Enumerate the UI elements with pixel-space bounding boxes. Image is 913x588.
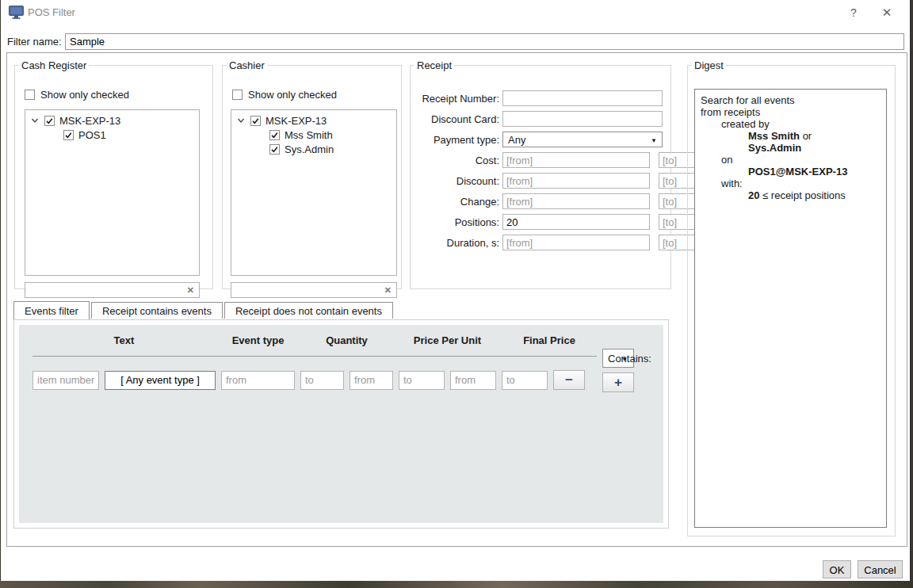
clear-icon[interactable]: ✕	[187, 284, 194, 296]
tree-row-root[interactable]: MSK-EXP-13	[25, 113, 199, 128]
cash-register-search: ✕	[25, 282, 200, 298]
cash-register-search-input[interactable]	[27, 284, 181, 296]
column-header-event-type: Event type	[221, 333, 295, 349]
tab-receipt-does-not-contain-events[interactable]: Receipt does not contain events	[224, 302, 393, 319]
positions-from-input[interactable]	[502, 214, 650, 230]
positions-label: Positions:	[417, 216, 499, 228]
close-button[interactable]: ✕	[875, 4, 899, 21]
tree-label[interactable]: Sys.Admin	[285, 143, 334, 155]
digest-line: created by	[701, 118, 881, 130]
discount-card-input[interactable]	[502, 111, 663, 127]
add-row-button[interactable]: +	[602, 372, 634, 392]
tree-row-root[interactable]: MSK-EXP-13	[231, 113, 396, 128]
tree-row-child[interactable]: Sys.Admin	[231, 142, 396, 156]
events-grid: Text Event type Quantity Price Per Unit …	[32, 333, 663, 392]
duration-from-input[interactable]	[502, 235, 650, 250]
events-filter-pane: Text Event type Quantity Price Per Unit …	[13, 319, 669, 529]
checkbox-unchecked-icon[interactable]	[232, 90, 243, 100]
checkbox-unchecked-icon[interactable]	[25, 90, 35, 100]
digest-line: Search for all events	[701, 94, 881, 106]
payment-type-select[interactable]: Any ▼	[502, 132, 663, 147]
change-label: Change:	[417, 196, 499, 208]
tree-label[interactable]: MSK-EXP-13	[265, 115, 327, 127]
tab-events-filter[interactable]: Events filter	[13, 301, 90, 319]
final-price-to-input[interactable]	[502, 371, 548, 390]
tree-row-child[interactable]: POS1	[25, 128, 199, 142]
header-separator	[32, 356, 597, 357]
match-type-select[interactable]: Contains: ▼	[602, 349, 634, 368]
payment-type-row: Payment type: Any ▼	[417, 132, 663, 147]
clear-icon[interactable]: ✕	[384, 284, 392, 296]
quantity-from-input[interactable]	[221, 371, 295, 390]
quantity-to-input[interactable]	[300, 371, 344, 390]
cost-label: Cost:	[417, 155, 499, 166]
checkbox-checked-icon[interactable]	[269, 130, 280, 140]
pos-filter-dialog: POS Filter ? ✕ Filter name: Cash Registe…	[1, 0, 911, 581]
checkbox-checked-icon[interactable]	[269, 144, 280, 155]
event-text-input[interactable]	[32, 371, 99, 390]
digest-title: Digest	[692, 59, 726, 71]
payment-type-label: Payment type:	[417, 134, 499, 146]
match-type-value: Contains:	[608, 353, 651, 365]
tab-receipt-contains-events[interactable]: Receipt contains events	[91, 302, 223, 319]
positions-row: Positions:	[417, 214, 663, 230]
receipt-number-input[interactable]	[502, 90, 663, 106]
title-bar: POS Filter ? ✕	[1, 0, 910, 25]
column-header-final-price: Final Price	[502, 333, 597, 349]
cash-show-only-checked[interactable]: Show only checked	[25, 89, 129, 101]
receipt-form: Receipt Number: Discount Card: Payment t…	[417, 90, 663, 255]
discount-label: Discount:	[417, 175, 499, 187]
discount-from-input[interactable]	[502, 173, 650, 189]
duration-row: Duration, s:	[417, 235, 663, 250]
digest-line: on	[701, 154, 881, 166]
chevron-down-icon[interactable]	[236, 116, 246, 125]
digest-group: Digest Search for all events from receip…	[687, 59, 896, 536]
tree-row-child[interactable]: Mss Smith	[231, 128, 396, 142]
dropdown-arrow-icon: ▼	[651, 137, 657, 144]
receipt-number-row: Receipt Number:	[417, 90, 663, 106]
cost-from-input[interactable]	[502, 152, 650, 168]
help-button[interactable]: ?	[842, 4, 865, 21]
change-from-input[interactable]	[502, 193, 650, 209]
final-price-from-input[interactable]	[450, 371, 496, 390]
change-row: Change:	[417, 193, 663, 209]
payment-type-value: Any	[508, 134, 525, 146]
checkbox-checked-icon[interactable]	[63, 130, 74, 140]
digest-summary: Search for all events from receipts crea…	[694, 89, 887, 528]
digest-line: from receipts	[701, 106, 881, 118]
remove-row-button[interactable]: −	[553, 370, 585, 390]
discount-card-label: Discount Card:	[417, 113, 499, 125]
monitor-icon	[9, 6, 24, 21]
cashier-title: Cashier	[227, 59, 267, 71]
event-type-button[interactable]: [ Any event type ]	[105, 371, 216, 390]
duration-label: Duration, s:	[417, 237, 499, 249]
cashier-group: Cashier Show only checked MSK-EXP-13	[222, 59, 402, 289]
column-header-quantity: Quantity	[300, 333, 393, 349]
discount-row: Discount:	[417, 173, 663, 189]
tree-label[interactable]: MSK-EXP-13	[59, 115, 120, 127]
tree-label[interactable]: POS1	[78, 129, 106, 141]
filter-name-label: Filter name:	[7, 36, 62, 48]
ok-button[interactable]: OK	[823, 560, 851, 578]
checkbox-checked-icon[interactable]	[250, 116, 261, 126]
filter-name-input[interactable]	[65, 33, 904, 50]
digest-line: with:	[701, 178, 881, 189]
tree-label[interactable]: Mss Smith	[285, 129, 333, 141]
cashier-search-input[interactable]	[233, 284, 379, 296]
events-table-area: Text Event type Quantity Price Per Unit …	[19, 325, 663, 523]
dropdown-arrow-icon: ▼	[621, 356, 628, 363]
price-per-unit-from-input[interactable]	[350, 371, 393, 390]
column-header-price-per-unit: Price Per Unit	[399, 333, 496, 349]
chevron-down-icon[interactable]	[30, 116, 40, 125]
cancel-button[interactable]: Cancel	[858, 560, 903, 578]
cash-register-group: Cash Register Show only checked MSK-EXP-…	[14, 59, 213, 289]
cashier-show-only-checked[interactable]: Show only checked	[232, 89, 337, 101]
window-title: POS Filter	[28, 6, 75, 18]
cash-register-tree: MSK-EXP-13 POS1	[25, 109, 200, 276]
price-per-unit-to-input[interactable]	[399, 371, 445, 390]
receipt-title: Receipt	[414, 59, 454, 71]
digest-line: Sys.Admin	[701, 142, 881, 154]
checkbox-checked-icon[interactable]	[44, 116, 55, 126]
events-tab-bar: Events filter Receipt contains events Re…	[13, 301, 395, 319]
show-only-checked-label: Show only checked	[40, 89, 129, 101]
